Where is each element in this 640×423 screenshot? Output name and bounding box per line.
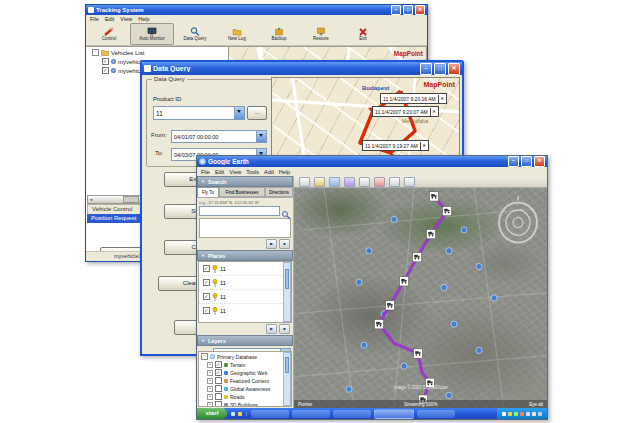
tracking-titlebar[interactable]: Tracking System – □ ✕ <box>86 5 427 15</box>
restore-button[interactable]: Restore <box>300 24 342 44</box>
email-icon[interactable] <box>389 177 400 187</box>
place-item[interactable]: 11 <box>199 290 291 304</box>
tray-icon[interactable] <box>538 412 542 416</box>
tree-expand-icon[interactable]: + <box>207 370 213 376</box>
ge-minimize-button[interactable]: – <box>508 156 519 167</box>
ge-menu-add[interactable]: Add <box>264 169 274 175</box>
tree-expand-icon[interactable]: + <box>207 394 213 400</box>
ge-titlebar[interactable]: Google Earth – □ ✕ <box>197 156 547 167</box>
tracking-minimize-button[interactable]: – <box>391 5 401 15</box>
ge-menu-file[interactable]: File <box>201 169 210 175</box>
place-checkbox[interactable] <box>203 265 210 272</box>
track-callout[interactable]: 11 1/4/2007 9:20:16 AM✕ <box>380 93 447 104</box>
hide-sidebar-icon[interactable] <box>299 177 310 187</box>
tray-icon[interactable] <box>514 412 518 416</box>
places-panel-header[interactable]: ▼Places <box>197 250 293 261</box>
taskbar-button[interactable] <box>333 410 371 418</box>
ge-menu-view[interactable]: View <box>229 169 241 175</box>
taskbar-button[interactable] <box>417 410 455 418</box>
layer-row-featured[interactable]: + Featured Content <box>199 376 291 384</box>
tree-root-row[interactable]: − Vehicles List <box>86 47 228 56</box>
dataquery-minimize-button[interactable]: – <box>420 63 432 75</box>
layers-panel-header[interactable]: ▼Layers <box>197 335 293 346</box>
layer-checkbox[interactable] <box>215 401 222 407</box>
chevron-down-icon[interactable] <box>234 107 244 119</box>
dataquery-titlebar[interactable]: Data Query – □ ✕ <box>142 62 462 75</box>
add-polygon-icon[interactable] <box>329 177 340 187</box>
layer-row-buildings[interactable]: + 3D Buildings <box>199 400 291 407</box>
places-scrollbar[interactable] <box>283 262 291 322</box>
track-callout[interactable]: 11 1/4/2007 9:20:07 AM✕ <box>372 106 439 117</box>
add-path-icon[interactable] <box>344 177 355 187</box>
taskbar-button[interactable] <box>251 410 289 418</box>
control-button[interactable]: Control <box>88 24 130 44</box>
place-item[interactable]: 11 <box>199 262 291 276</box>
dataquery-close-button[interactable]: ✕ <box>448 63 460 75</box>
ge-menu-edit[interactable]: Edit <box>215 169 224 175</box>
stop-tour-button[interactable]: ■ <box>279 324 290 334</box>
play-tour-button[interactable]: ▶ <box>266 239 277 249</box>
search-button[interactable] <box>281 206 291 216</box>
tree-expand-icon[interactable]: + <box>207 386 213 392</box>
ge-map-viewport[interactable]: Image © 2007 DigitalGlobe Pointer Stream… <box>294 188 547 408</box>
place-checkbox[interactable] <box>203 307 210 314</box>
vehicle1-checkbox[interactable] <box>102 67 109 74</box>
tray-icon[interactable] <box>508 412 512 416</box>
tray-icon[interactable] <box>526 412 530 416</box>
stop-tour-button[interactable]: ■ <box>279 239 290 249</box>
ge-close-button[interactable]: ✕ <box>534 156 545 167</box>
tab-fly-to[interactable]: Fly To <box>197 187 219 197</box>
quick-launch-icon[interactable] <box>231 412 235 416</box>
search-input[interactable] <box>199 206 280 216</box>
browse-button[interactable]: ... <box>247 106 267 120</box>
backup-button[interactable]: Backup <box>258 24 300 44</box>
layer-checkbox[interactable] <box>215 377 222 384</box>
place-checkbox[interactable] <box>203 293 210 300</box>
layer-checkbox[interactable] <box>215 393 222 400</box>
add-placemark-icon[interactable] <box>314 177 325 187</box>
layer-row-awareness[interactable]: + Global Awareness <box>199 384 291 392</box>
close-icon[interactable]: ✕ <box>420 142 428 150</box>
tab-directions[interactable]: Directions <box>265 187 293 197</box>
place-item[interactable]: 11 <box>199 276 291 290</box>
exit-button[interactable]: Exit <box>342 24 384 44</box>
layers-root-row[interactable]: − Primary Database <box>199 352 291 360</box>
quick-launch-icon[interactable] <box>238 412 242 416</box>
tree-expand-icon[interactable]: + <box>207 378 213 384</box>
from-combo[interactable]: 04/01/07 00:00:00 <box>171 130 267 143</box>
play-tour-button[interactable]: ▶ <box>266 324 277 334</box>
ge-maximize-button[interactable]: □ <box>521 156 532 167</box>
tree-expand-icon[interactable]: + <box>207 402 213 408</box>
tab-find-businesses[interactable]: Find Businesses <box>219 187 265 197</box>
taskbar-button[interactable] <box>292 410 330 418</box>
chevron-down-icon[interactable] <box>256 131 266 142</box>
taskbar-button-active[interactable] <box>374 409 414 419</box>
measure-icon[interactable] <box>374 177 385 187</box>
layer-checkbox[interactable] <box>215 385 222 392</box>
tracking-maximize-button[interactable]: □ <box>403 5 413 15</box>
navigation-compass[interactable] <box>499 196 537 242</box>
start-button[interactable]: start <box>197 408 227 419</box>
place-checkbox[interactable] <box>203 279 210 286</box>
tray-icon[interactable] <box>520 412 524 416</box>
layer-row-terrain[interactable]: + Terrain <box>199 360 291 368</box>
data-query-button[interactable]: Data Query <box>174 24 216 44</box>
layer-checkbox[interactable] <box>215 361 222 368</box>
close-icon[interactable]: ✕ <box>438 95 446 103</box>
tracking-menu-help[interactable]: Help <box>138 16 149 22</box>
track-callout[interactable]: 11 1/4/2007 9:19:27 AM✕ <box>362 140 429 151</box>
tracking-menu-file[interactable]: File <box>90 16 99 22</box>
tracking-menu-edit[interactable]: Edit <box>105 16 114 22</box>
vehicle2-checkbox[interactable] <box>102 58 109 65</box>
place-item[interactable]: 11 <box>199 304 291 317</box>
ge-menu-help[interactable]: Help <box>279 169 290 175</box>
tree-collapse-icon[interactable]: − <box>201 353 208 360</box>
tray-icon[interactable] <box>532 412 536 416</box>
tree-expand-icon[interactable]: + <box>207 362 213 368</box>
product-id-combo[interactable]: 11 <box>153 106 245 120</box>
layer-row-geoweb[interactable]: + Geographic Web <box>199 368 291 376</box>
tree-collapse-icon[interactable]: − <box>92 49 99 56</box>
tray-icon[interactable] <box>502 412 506 416</box>
layer-checkbox[interactable] <box>215 369 222 376</box>
search-results-list[interactable] <box>199 218 291 238</box>
